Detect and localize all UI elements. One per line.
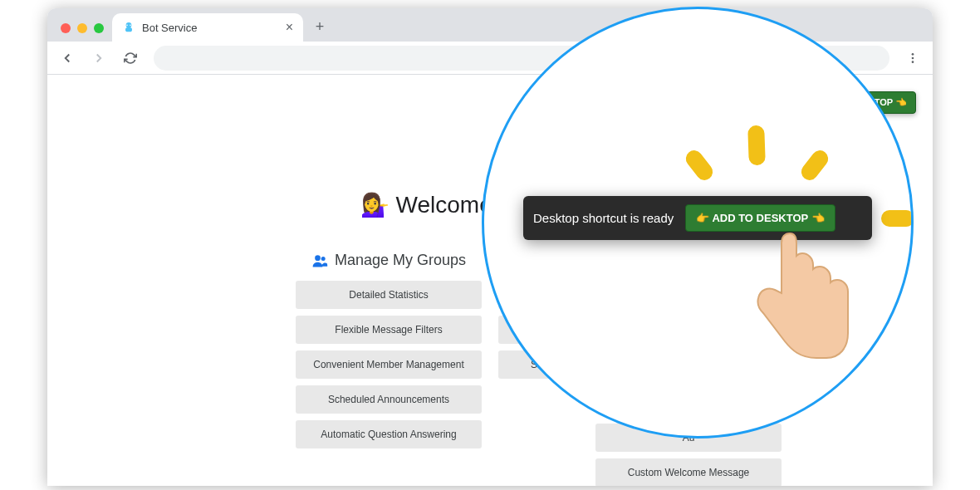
svg-point-3 (130, 25, 131, 27)
svg-point-8 (321, 257, 326, 261)
svg-rect-1 (125, 27, 132, 32)
svg-point-4 (912, 53, 914, 56)
feature-member-management[interactable]: Convenient Member Management (296, 350, 482, 379)
bot-icon (122, 21, 135, 34)
window-minimize-button[interactable] (77, 23, 87, 33)
svg-point-6 (912, 61, 914, 63)
sparkle-icon (683, 147, 716, 184)
window-controls (56, 23, 112, 42)
feature-flexible-filters[interactable]: Flexible Message Filters (296, 316, 482, 344)
svg-point-2 (126, 25, 128, 27)
window-maximize-button[interactable] (94, 23, 104, 33)
feature-detailed-statistics[interactable]: Detailed Statistics (296, 281, 482, 309)
svg-point-7 (315, 255, 321, 261)
browser-tab[interactable]: Bot Service × (112, 13, 303, 42)
sparkle-icon (747, 125, 766, 166)
tab-title: Bot Service (142, 22, 279, 34)
browser-menu-button[interactable] (899, 45, 926, 71)
people-icon (311, 252, 328, 269)
sparkle-icon (798, 147, 831, 184)
groups-column: Manage My Groups Detailed Statistics Fle… (296, 252, 482, 455)
svg-point-5 (912, 56, 914, 59)
forward-button[interactable] (86, 45, 112, 71)
person-emoji-icon: 💁‍♀️ (360, 192, 390, 218)
feature-scheduled-announcements[interactable]: Scheduled Announcements (296, 385, 482, 414)
groups-column-header: Manage My Groups (296, 252, 482, 269)
feature-custom-welcome[interactable]: Custom Welcome Message (595, 458, 782, 486)
tab-close-button[interactable]: × (286, 20, 293, 35)
feature-auto-qa[interactable]: Automatic Question Answering (296, 420, 482, 448)
groups-header-label: Manage My Groups (335, 252, 466, 269)
sparkle-icon (881, 210, 914, 227)
back-button[interactable] (54, 45, 81, 71)
pointing-hand-icon (733, 225, 858, 375)
zoom-callout: Desktop shortcut is ready 👉 ADD TO DESKT… (482, 7, 914, 439)
toast-message: Desktop shortcut is ready (533, 211, 674, 225)
window-close-button[interactable] (61, 23, 71, 33)
new-tab-button[interactable]: + (308, 15, 331, 38)
reload-button[interactable] (117, 45, 144, 71)
